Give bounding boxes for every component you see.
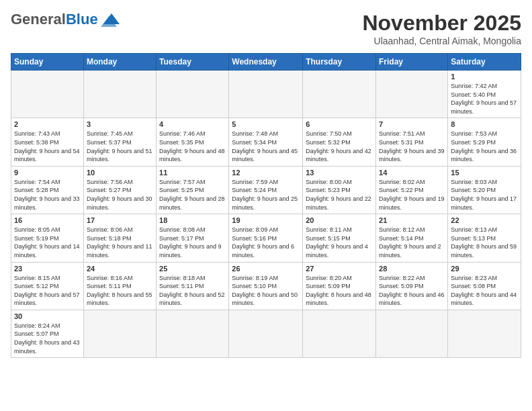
day-3: 3 Sunrise: 7:45 AM Sunset: 5:37 PM Dayli… [83, 118, 156, 166]
day-25: 25 Sunrise: 8:18 AM Sunset: 5:11 PM Dayl… [157, 262, 229, 310]
empty-cell [303, 71, 376, 118]
empty-cell [229, 71, 303, 118]
empty-cell [83, 71, 156, 118]
day-7: 7 Sunrise: 7:51 AM Sunset: 5:31 PM Dayli… [376, 118, 448, 166]
day-12: 12 Sunrise: 7:59 AM Sunset: 5:24 PM Dayl… [229, 166, 303, 214]
calendar-row-1: 1 Sunrise: 7:42 AM Sunset: 5:40 PM Dayli… [11, 71, 521, 118]
day-21: 21 Sunrise: 8:12 AM Sunset: 5:14 PM Dayl… [376, 214, 448, 262]
day-info-2: Sunrise: 7:43 AM Sunset: 5:38 PM Dayligh… [14, 130, 81, 163]
day-4: 4 Sunrise: 7:46 AM Sunset: 5:35 PM Dayli… [157, 118, 229, 166]
day-6: 6 Sunrise: 7:50 AM Sunset: 5:32 PM Dayli… [303, 118, 376, 166]
day-number-2: 2 [14, 120, 81, 128]
day-20: 20 Sunrise: 8:11 AM Sunset: 5:15 PM Dayl… [303, 214, 376, 262]
day-info-1: Sunrise: 7:42 AM Sunset: 5:40 PM Dayligh… [451, 82, 518, 116]
sunrise-label: Sunrise: [451, 83, 473, 89]
day-13: 13 Sunrise: 8:00 AM Sunset: 5:23 PM Dayl… [303, 166, 376, 214]
daylight-label: Daylight: [451, 99, 474, 106]
day-23: 23 Sunrise: 8:15 AM Sunset: 5:12 PM Dayl… [11, 262, 84, 310]
day-5: 5 Sunrise: 7:48 AM Sunset: 5:34 PM Dayli… [229, 118, 303, 166]
weekday-header-row: Sunday Monday Tuesday Wednesday Thursday… [11, 54, 521, 71]
header-tuesday: Tuesday [157, 54, 229, 71]
logo-text: General Blue [11, 11, 122, 28]
title-block: November 2025 Ulaanhad, Central Aimak, M… [362, 11, 521, 46]
logo-blue: Blue [66, 11, 98, 28]
header-saturday: Saturday [448, 54, 521, 71]
day-17: 17 Sunrise: 8:06 AM Sunset: 5:18 PM Dayl… [83, 214, 156, 262]
sunset-1: 5:40 PM [473, 91, 496, 98]
day-9: 9 Sunrise: 7:54 AM Sunset: 5:28 PM Dayli… [11, 166, 84, 214]
day-14: 14 Sunrise: 8:02 AM Sunset: 5:22 PM Dayl… [376, 166, 448, 214]
header-thursday: Thursday [303, 54, 376, 71]
day-18: 18 Sunrise: 8:08 AM Sunset: 5:17 PM Dayl… [157, 214, 229, 262]
header-monday: Monday [83, 54, 156, 71]
header-wednesday: Wednesday [229, 54, 303, 71]
header: General Blue November 2025 Ulaanhad, Cen… [11, 11, 521, 46]
empty-cell [376, 71, 448, 118]
calendar: Sunday Monday Tuesday Wednesday Thursday… [11, 53, 521, 358]
calendar-row-2: 2 Sunrise: 7:43 AM Sunset: 5:38 PM Dayli… [11, 118, 521, 166]
day-number-1: 1 [451, 73, 518, 81]
sunset-label: Sunset: [451, 91, 472, 98]
day-15: 15 Sunrise: 8:03 AM Sunset: 5:20 PM Dayl… [448, 166, 521, 214]
day-1: 1 Sunrise: 7:42 AM Sunset: 5:40 PM Dayli… [448, 71, 521, 118]
day-28: 28 Sunrise: 8:22 AM Sunset: 5:09 PM Dayl… [376, 262, 448, 310]
day-16: 16 Sunrise: 8:05 AM Sunset: 5:19 PM Dayl… [11, 214, 84, 262]
logo: General Blue [11, 11, 122, 28]
empty-cell [376, 310, 448, 357]
calendar-row-5: 23 Sunrise: 8:15 AM Sunset: 5:12 PM Dayl… [11, 262, 521, 310]
header-sunday: Sunday [11, 54, 84, 71]
location: Ulaanhad, Central Aimak, Mongolia [362, 36, 521, 46]
empty-cell [303, 310, 376, 357]
day-27: 27 Sunrise: 8:20 AM Sunset: 5:09 PM Dayl… [303, 262, 376, 310]
empty-cell [157, 71, 229, 118]
logo-icon [101, 12, 122, 27]
calendar-row-6: 30 Sunrise: 8:24 AM Sunset: 5:07 PM Dayl… [11, 310, 521, 357]
empty-cell [157, 310, 229, 357]
day-22: 22 Sunrise: 8:13 AM Sunset: 5:13 PM Dayl… [448, 214, 521, 262]
day-24: 24 Sunrise: 8:16 AM Sunset: 5:11 PM Dayl… [83, 262, 156, 310]
empty-cell [83, 310, 156, 357]
month-title: November 2025 [362, 11, 521, 36]
day-30: 30 Sunrise: 8:24 AM Sunset: 5:07 PM Dayl… [11, 310, 84, 357]
day-19: 19 Sunrise: 8:09 AM Sunset: 5:16 PM Dayl… [229, 214, 303, 262]
day-2: 2 Sunrise: 7:43 AM Sunset: 5:38 PM Dayli… [11, 118, 84, 166]
day-10: 10 Sunrise: 7:56 AM Sunset: 5:27 PM Dayl… [83, 166, 156, 214]
calendar-row-3: 9 Sunrise: 7:54 AM Sunset: 5:28 PM Dayli… [11, 166, 521, 214]
logo-general: General [11, 11, 66, 28]
day-29: 29 Sunrise: 8:23 AM Sunset: 5:08 PM Dayl… [448, 262, 521, 310]
empty-cell [11, 71, 84, 118]
header-friday: Friday [376, 54, 448, 71]
page: General Blue November 2025 Ulaanhad, Cen… [0, 0, 532, 363]
calendar-row-4: 16 Sunrise: 8:05 AM Sunset: 5:19 PM Dayl… [11, 214, 521, 262]
empty-cell [448, 310, 521, 357]
day-8: 8 Sunrise: 7:53 AM Sunset: 5:29 PM Dayli… [448, 118, 521, 166]
sunrise-1: 7:42 AM [475, 83, 497, 89]
day-11: 11 Sunrise: 7:57 AM Sunset: 5:25 PM Dayl… [157, 166, 229, 214]
day-26: 26 Sunrise: 8:19 AM Sunset: 5:10 PM Dayl… [229, 262, 303, 310]
empty-cell [229, 310, 303, 357]
